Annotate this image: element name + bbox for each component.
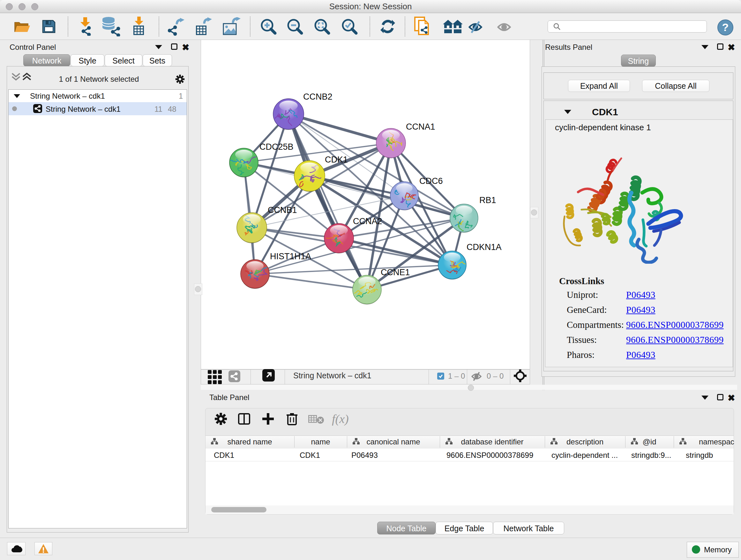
- svg-text:CDC6: CDC6: [419, 176, 443, 186]
- svg-text:CCNB1: CCNB1: [268, 205, 297, 215]
- svg-text:CDKN1A: CDKN1A: [467, 242, 502, 252]
- svg-text:CCNE1: CCNE1: [381, 267, 410, 277]
- svg-text:?: ?: [722, 21, 729, 33]
- svg-text:HIST1H1A: HIST1H1A: [270, 252, 311, 261]
- svg-text:CCNA1: CCNA1: [406, 122, 435, 132]
- svg-text:CDK1: CDK1: [325, 155, 348, 165]
- svg-text:RB1: RB1: [479, 195, 496, 205]
- svg-text:CDC25B: CDC25B: [259, 142, 293, 152]
- svg-text:CCNA2: CCNA2: [353, 216, 382, 226]
- svg-text:CCNB2: CCNB2: [303, 92, 333, 102]
